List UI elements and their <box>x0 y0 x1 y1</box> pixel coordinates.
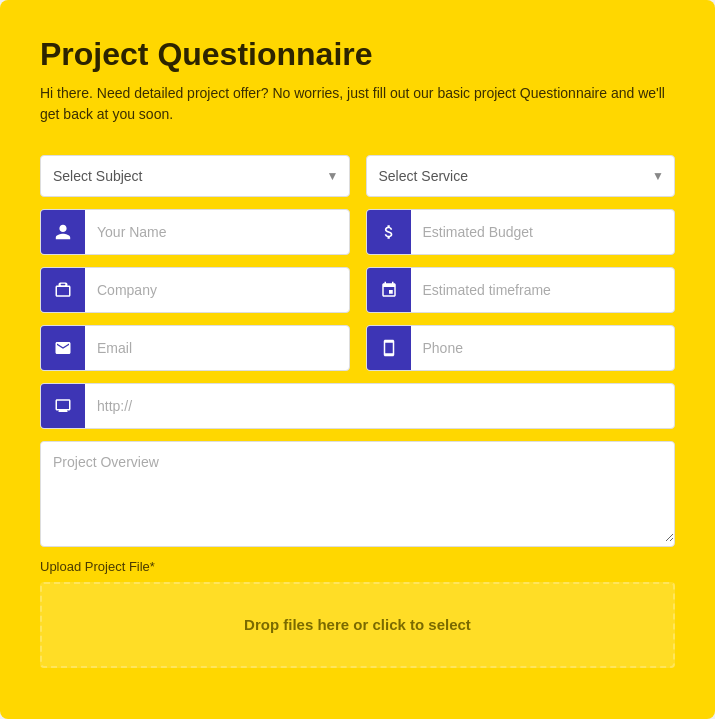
estimated-budget-group <box>366 209 676 255</box>
row-email-phone <box>40 325 675 371</box>
monitor-icon <box>41 384 85 428</box>
col-select-service: Select Service Web Design App Developmen… <box>366 155 676 197</box>
your-name-group <box>40 209 350 255</box>
row-website <box>40 383 675 429</box>
col-website <box>40 383 675 429</box>
questionnaire-card: Project Questionnaire Hi there. Need det… <box>0 0 715 719</box>
page-title: Project Questionnaire <box>40 36 675 73</box>
upload-dropzone[interactable]: Drop files here or click to select <box>40 582 675 668</box>
website-input[interactable] <box>85 388 674 424</box>
row-name-budget <box>40 209 675 255</box>
briefcase-icon <box>41 268 85 312</box>
money-icon <box>367 210 411 254</box>
col-estimated-timeframe <box>366 267 676 313</box>
your-name-input[interactable] <box>85 214 349 250</box>
col-estimated-budget <box>366 209 676 255</box>
phone-icon <box>367 326 411 370</box>
col-company <box>40 267 350 313</box>
upload-section: Upload Project File* Drop files here or … <box>40 559 675 668</box>
col-your-name <box>40 209 350 255</box>
select-subject[interactable]: Select Subject Design Development Market… <box>41 156 349 196</box>
estimated-budget-input[interactable] <box>411 214 675 250</box>
email-group <box>40 325 350 371</box>
project-overview-wrapper <box>40 441 675 547</box>
select-subject-wrapper[interactable]: Select Subject Design Development Market… <box>40 155 350 197</box>
col-email <box>40 325 350 371</box>
row-company-timeframe <box>40 267 675 313</box>
col-phone <box>366 325 676 371</box>
email-input[interactable] <box>85 330 349 366</box>
project-overview-textarea[interactable] <box>41 442 674 542</box>
select-service[interactable]: Select Service Web Design App Developmen… <box>367 156 675 196</box>
phone-group <box>366 325 676 371</box>
calendar-icon <box>367 268 411 312</box>
website-group <box>40 383 675 429</box>
row-selects: Select Subject Design Development Market… <box>40 155 675 197</box>
select-service-wrapper[interactable]: Select Service Web Design App Developmen… <box>366 155 676 197</box>
person-icon <box>41 210 85 254</box>
company-input[interactable] <box>85 272 349 308</box>
estimated-timeframe-input[interactable] <box>411 272 675 308</box>
phone-input[interactable] <box>411 330 675 366</box>
company-group <box>40 267 350 313</box>
estimated-timeframe-group <box>366 267 676 313</box>
col-select-subject: Select Subject Design Development Market… <box>40 155 350 197</box>
upload-label: Upload Project File* <box>40 559 675 574</box>
page-subtitle: Hi there. Need detailed project offer? N… <box>40 83 675 125</box>
upload-zone-text: Drop files here or click to select <box>244 616 471 633</box>
email-icon <box>41 326 85 370</box>
